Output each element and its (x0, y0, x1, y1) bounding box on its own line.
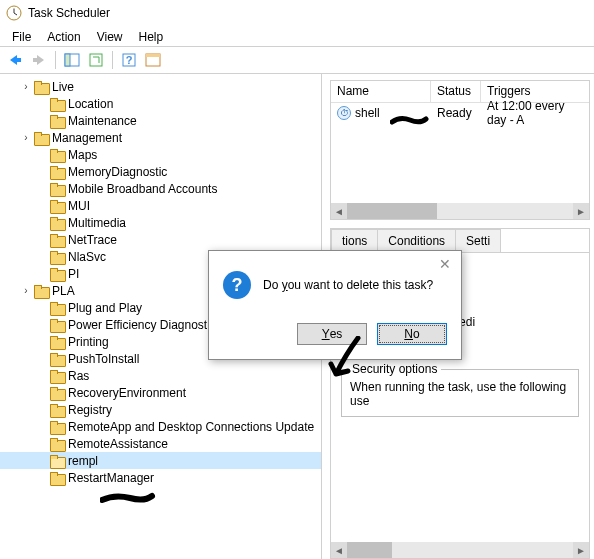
folder-icon (50, 302, 64, 314)
folder-icon (50, 166, 64, 178)
folder-icon (50, 472, 64, 484)
tree-item-rempl[interactable]: rempl (0, 452, 321, 469)
security-options-text: When running the task, use the following… (350, 380, 570, 408)
help-button[interactable]: ? (118, 49, 140, 71)
menu-view[interactable]: View (89, 28, 131, 44)
task-icon: ⏱ (337, 106, 351, 120)
show-hide-tree-button[interactable] (61, 49, 83, 71)
detail-scrollbar[interactable]: ◄ ► (331, 542, 589, 558)
forward-button[interactable] (28, 49, 50, 71)
tree-item-restartmanager[interactable]: RestartManager (0, 469, 321, 486)
tree-label: MUI (68, 199, 90, 213)
tree-label: Multimedia (68, 216, 126, 230)
folder-icon (34, 132, 48, 144)
folder-icon (50, 115, 64, 127)
tree-label: Mobile Broadband Accounts (68, 182, 217, 196)
dialog-close-button[interactable]: ✕ (435, 255, 455, 273)
refresh-button[interactable] (85, 49, 107, 71)
tree-label: NlaSvc (68, 250, 106, 264)
tab-conditions[interactable]: Conditions (377, 229, 456, 252)
confirm-delete-dialog: ✕ ? Do you want to delete this task? Yes… (208, 250, 462, 360)
tree-item-registry[interactable]: Registry (0, 401, 321, 418)
tree-item-remoteassistance[interactable]: RemoteAssistance (0, 435, 321, 452)
menu-help[interactable]: Help (131, 28, 172, 44)
tree-item-maps[interactable]: Maps (0, 146, 321, 163)
menu-file[interactable]: File (4, 28, 39, 44)
tree-label: Location (68, 97, 113, 111)
task-list: Name Status Triggers ⏱ shell Ready At 12… (330, 80, 590, 220)
back-button[interactable] (4, 49, 26, 71)
menu-action[interactable]: Action (39, 28, 88, 44)
folder-icon (50, 251, 64, 263)
tree-label: PI (68, 267, 79, 281)
task-triggers: At 12:00 every day - A (481, 97, 589, 129)
tree-label: Maps (68, 148, 97, 162)
tree-label: RestartManager (68, 471, 154, 485)
tree-item-ras[interactable]: Ras (0, 367, 321, 384)
scroll-left-icon[interactable]: ◄ (331, 203, 347, 219)
tree-item-multimedia[interactable]: Multimedia (0, 214, 321, 231)
separator-icon (55, 51, 56, 69)
tree-label: Maintenance (68, 114, 137, 128)
tree-label: Ras (68, 369, 89, 383)
tree-label: Management (52, 131, 122, 145)
tab-actions[interactable]: tions (331, 229, 378, 252)
tree-item-mobile-broadband-accounts[interactable]: Mobile Broadband Accounts (0, 180, 321, 197)
scroll-right-icon[interactable]: ► (573, 542, 589, 558)
tree-label: Power Efficiency Diagnostics (68, 318, 222, 332)
tree-label: rempl (68, 454, 98, 468)
no-button[interactable]: No (377, 323, 447, 345)
tree-label: PushToInstall (68, 352, 139, 366)
tree-item-mui[interactable]: MUI (0, 197, 321, 214)
tree-item-location[interactable]: Location (0, 95, 321, 112)
tree-label: RemoteAssistance (68, 437, 168, 451)
task-row[interactable]: ⏱ shell Ready At 12:00 every day - A (331, 103, 589, 123)
task-status: Ready (431, 104, 481, 122)
question-icon: ? (223, 271, 251, 299)
tab-settings[interactable]: Setti (455, 229, 501, 252)
folder-icon (50, 370, 64, 382)
svg-rect-3 (15, 58, 21, 62)
tree-label: NetTrace (68, 233, 117, 247)
col-name[interactable]: Name (331, 81, 431, 102)
tree-item-maintenance[interactable]: Maintenance (0, 112, 321, 129)
svg-rect-4 (33, 58, 39, 62)
folder-icon (50, 183, 64, 195)
toolbar: ? (0, 46, 594, 74)
title-bar: Task Scheduler (0, 0, 594, 26)
tree-label: Printing (68, 335, 109, 349)
dialog-message: Do you want to delete this task? (263, 278, 433, 292)
svg-rect-7 (90, 54, 102, 66)
folder-icon (50, 234, 64, 246)
caret-icon[interactable]: › (20, 285, 32, 296)
folder-icon (50, 404, 64, 416)
tree-label: Registry (68, 403, 112, 417)
tree-item-memorydiagnostic[interactable]: MemoryDiagnostic (0, 163, 321, 180)
yes-button[interactable]: Yes (297, 323, 367, 345)
security-options-group: Security options When running the task, … (341, 369, 579, 417)
task-name-cell: ⏱ shell (331, 104, 431, 122)
folder-icon (50, 438, 64, 450)
folder-icon (50, 98, 64, 110)
folder-icon (50, 421, 64, 433)
tree-item-live[interactable]: ›Live (0, 78, 321, 95)
scroll-left-icon[interactable]: ◄ (331, 542, 347, 558)
list-scrollbar[interactable]: ◄ ► (331, 203, 589, 219)
properties-button[interactable] (142, 49, 164, 71)
tree-item-recoveryenvironment[interactable]: RecoveryEnvironment (0, 384, 321, 401)
folder-icon (50, 387, 64, 399)
tree-label: Live (52, 80, 74, 94)
col-status[interactable]: Status (431, 81, 481, 102)
app-title: Task Scheduler (28, 6, 110, 20)
folder-icon (50, 149, 64, 161)
caret-icon[interactable]: › (20, 81, 32, 92)
scroll-right-icon[interactable]: ► (573, 203, 589, 219)
folder-icon (34, 285, 48, 297)
folder-icon (50, 217, 64, 229)
tree-item-remoteapp-and-desktop-connections-update[interactable]: RemoteApp and Desktop Connections Update (0, 418, 321, 435)
tree-label: PLA (52, 284, 75, 298)
tree-item-management[interactable]: ›Management (0, 129, 321, 146)
caret-icon[interactable]: › (20, 132, 32, 143)
tree-item-nettrace[interactable]: NetTrace (0, 231, 321, 248)
tree-label: Plug and Play (68, 301, 142, 315)
